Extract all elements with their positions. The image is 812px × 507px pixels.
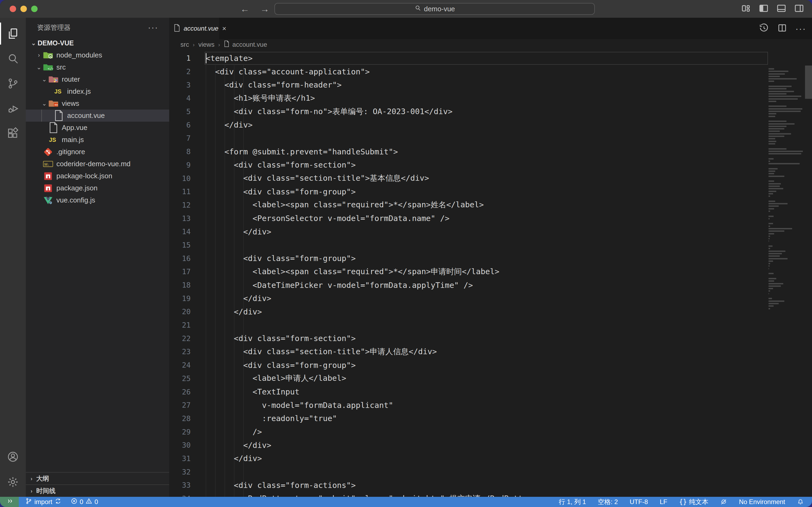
code-line-24[interactable]: 24 <div class="form-group"> — [169, 358, 812, 372]
tree-item-coderider-demo-vue-md[interactable]: M↓coderider-demo-vue.md — [26, 158, 169, 170]
activity-run-debug[interactable] — [0, 96, 26, 121]
sidebar-panel-时间线[interactable]: ›时间线 — [26, 485, 169, 497]
problems-status[interactable]: 0 0 — [71, 498, 98, 506]
customize-layout-icon[interactable] — [741, 3, 751, 15]
minimap-line — [768, 138, 775, 139]
editor-scrollbar[interactable] — [805, 65, 812, 99]
tree-item-index-js[interactable]: JSindex.js — [26, 86, 169, 98]
tree-root-demo-vue[interactable]: ⌄DEMO-VUE — [26, 37, 169, 49]
sidebar-panel-大纲[interactable]: ›大纲 — [26, 472, 169, 485]
code-line-32[interactable]: 32 — [169, 465, 812, 478]
tree-item-node-modules[interactable]: ›jsnode_modules — [26, 49, 169, 61]
encoding-status[interactable]: UTF-8 — [630, 498, 648, 506]
code-line-18[interactable]: 18 <DateTimePicker v-model="formData.app… — [169, 278, 812, 292]
activity-source-control[interactable] — [0, 71, 26, 96]
close-window-button[interactable] — [10, 6, 16, 12]
eol-status[interactable]: LF — [660, 498, 667, 506]
code-line-10[interactable]: 10 <div class="section-title">基本信息</div> — [169, 172, 812, 185]
code-line-7[interactable]: 7 — [169, 131, 812, 145]
tree-item-main-js[interactable]: JSmain.js — [26, 134, 169, 146]
code-line-15[interactable]: 15 — [169, 238, 812, 252]
code-line-23[interactable]: 23 <div class="section-title">申请人信息</div… — [169, 345, 812, 358]
indentation-status[interactable]: 空格: 2 — [598, 498, 618, 506]
code-line-21[interactable]: 21 — [169, 319, 812, 332]
toggle-panel-icon[interactable] — [776, 3, 787, 15]
code-line-2[interactable]: 2 <div class="account-application"> — [169, 65, 812, 78]
line-number: 28 — [169, 414, 191, 423]
code-line-28[interactable]: 28 :readonly="true" — [169, 412, 812, 426]
minimap[interactable] — [768, 68, 804, 497]
split-editor-icon[interactable] — [777, 23, 787, 34]
tab-label: account.vue — [184, 25, 218, 32]
tree-item-package-json[interactable]: package.json — [26, 182, 169, 194]
minimap-line — [768, 233, 774, 234]
cursor-position-status[interactable]: 行 1, 列 1 — [559, 498, 586, 506]
code-line-27[interactable]: 27 v-model="formData.applicant" — [169, 398, 812, 412]
code-line-1[interactable]: 1<template> — [169, 52, 812, 65]
code-line-20[interactable]: 20 </div> — [169, 305, 812, 319]
tree-item-package-lock-json[interactable]: package-lock.json — [26, 170, 169, 182]
code-line-17[interactable]: 17 <label><span class="required">*</span… — [169, 265, 812, 278]
history-forward-button[interactable]: → — [260, 4, 269, 14]
code-line-34[interactable]: 34 <RedButton type="submit" class="submi… — [169, 492, 812, 497]
tree-item--gitignore[interactable]: .gitignore — [26, 146, 169, 158]
timeline-history-icon[interactable] — [759, 23, 769, 34]
minimap-line — [768, 143, 775, 145]
code-line-3[interactable]: 3 <div class="form-header"> — [169, 78, 812, 92]
code-line-4[interactable]: 4 <h1>账号申请表</h1> — [169, 92, 812, 105]
svg-text:JS: JS — [49, 137, 56, 143]
code-line-16[interactable]: 16 <div class="form-group"> — [169, 251, 812, 265]
environment-status[interactable]: No Environment — [739, 498, 785, 506]
code-line-26[interactable]: 26 <TextInput — [169, 385, 812, 398]
history-back-button[interactable]: ← — [240, 4, 249, 14]
tree-item-account-vue[interactable]: account.vue — [26, 110, 169, 122]
tree-item-app-vue[interactable]: App.vue — [26, 122, 169, 134]
minimap-line — [768, 253, 782, 254]
tab-account-vue[interactable]: account.vue × — [169, 18, 219, 39]
breadcrumb-file[interactable]: account.vue — [224, 40, 267, 49]
code-line-30[interactable]: 30 </div> — [169, 439, 812, 452]
code-line-29[interactable]: 29 /> — [169, 425, 812, 439]
code-line-12[interactable]: 12 <label><span class="required">*</span… — [169, 199, 812, 212]
toggle-secondary-sidebar-icon[interactable] — [794, 3, 805, 15]
activity-accounts[interactable] — [0, 444, 26, 469]
copilot-disabled-icon[interactable] — [720, 498, 727, 505]
activity-settings[interactable] — [0, 469, 26, 495]
code-line-9[interactable]: 9 <div class="form-section"> — [169, 158, 812, 172]
maximize-window-button[interactable] — [31, 6, 38, 12]
code-line-8[interactable]: 8 <form @submit.prevent="handleSubmit"> — [169, 145, 812, 158]
notifications-bell-icon[interactable] — [797, 498, 804, 505]
tab-close-icon[interactable]: × — [222, 24, 226, 33]
tree-item-vue-config-js[interactable]: vue.config.js — [26, 194, 169, 206]
remote-indicator[interactable] — [0, 497, 19, 507]
code-line-13[interactable]: 13 <PersonSelector v-model="formData.nam… — [169, 212, 812, 225]
breadcrumb-item[interactable]: views — [198, 41, 215, 48]
activity-explorer[interactable] — [0, 21, 26, 46]
toggle-primary-sidebar-icon[interactable] — [758, 3, 769, 15]
explorer-more-actions-icon[interactable]: ··· — [148, 23, 159, 32]
minimize-window-button[interactable] — [20, 6, 27, 12]
command-center-search[interactable]: demo-vue — [275, 3, 595, 15]
breadcrumb-item[interactable]: src — [180, 41, 189, 48]
code-line-31[interactable]: 31 </div> — [169, 452, 812, 465]
code-line-14[interactable]: 14 </div> — [169, 225, 812, 238]
minimap-line — [768, 308, 770, 309]
code-line-22[interactable]: 22 <div class="form-section"> — [169, 332, 812, 345]
line-text: </div> — [206, 294, 271, 303]
line-text: <label>申请人</label> — [206, 373, 346, 384]
activity-extensions[interactable] — [0, 121, 26, 146]
activity-search[interactable] — [0, 46, 26, 71]
language-mode-status[interactable]: {} 纯文本 — [679, 498, 708, 506]
tree-item-router[interactable]: ⌄router — [26, 73, 169, 86]
editor-more-actions-icon[interactable]: ··· — [795, 23, 806, 34]
code-line-33[interactable]: 33 <div class="form-actions"> — [169, 478, 812, 492]
tree-item-src[interactable]: ⌄</>src — [26, 61, 169, 73]
git-branch-status[interactable]: import — [25, 498, 61, 506]
code-area[interactable]: 1<template>2 <div class="account-applica… — [169, 52, 812, 497]
code-line-5[interactable]: 5 <div class="form-no">表单编号: OA-2023-001… — [169, 105, 812, 118]
code-line-11[interactable]: 11 <div class="form-group"> — [169, 185, 812, 199]
tree-item-views[interactable]: ⌄<>views — [26, 98, 169, 110]
code-line-6[interactable]: 6 </div> — [169, 118, 812, 131]
code-line-19[interactable]: 19 </div> — [169, 292, 812, 305]
code-line-25[interactable]: 25 <label>申请人</label> — [169, 372, 812, 385]
